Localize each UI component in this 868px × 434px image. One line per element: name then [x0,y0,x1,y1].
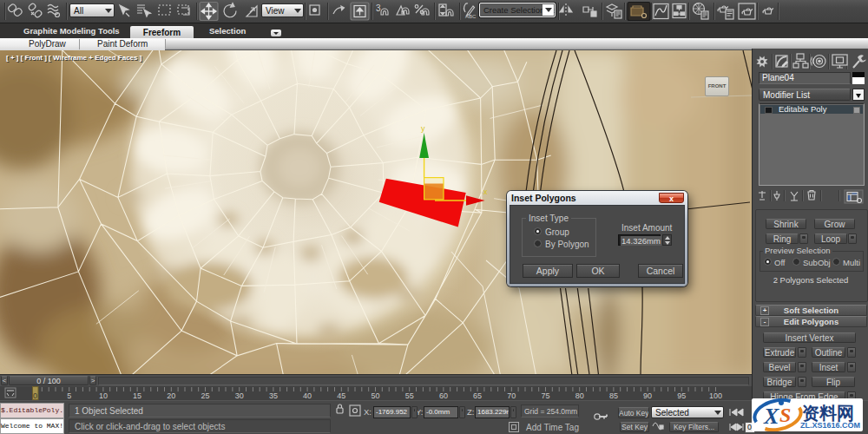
svg-text:95: 95 [677,391,686,400]
svg-text:90: 90 [643,391,652,400]
svg-text:0: 0 [33,391,37,400]
svg-text:y: y [421,124,425,133]
svg-text:80: 80 [575,391,584,400]
svg-text:50: 50 [371,391,379,400]
svg-text:S: S [779,404,791,426]
svg-text:40: 40 [303,391,312,400]
svg-text:70: 70 [507,391,516,400]
svg-text:20: 20 [167,391,175,400]
svg-text:ABC: ABC [465,14,477,19]
svg-text:x: x [483,187,488,196]
svg-text:3: 3 [376,3,381,13]
svg-text:100: 100 [709,391,722,400]
svg-text:15: 15 [133,391,141,400]
svg-text:Z:: Z: [467,407,474,417]
svg-text:60: 60 [439,391,448,400]
svg-text:X:: X: [364,407,372,417]
svg-text:45: 45 [337,391,345,400]
svg-text:ZL.XS1616.COM: ZL.XS1616.COM [800,421,860,430]
svg-text:X: X [763,404,779,429]
svg-text:5: 5 [67,391,71,400]
svg-text:55: 55 [405,391,414,400]
svg-text:75: 75 [541,391,549,400]
svg-text:25: 25 [201,391,209,400]
svg-text:35: 35 [269,391,278,400]
svg-text:65: 65 [473,391,482,400]
svg-text:10: 10 [99,391,108,400]
svg-text:30: 30 [235,391,244,400]
svg-text:85: 85 [609,391,618,400]
